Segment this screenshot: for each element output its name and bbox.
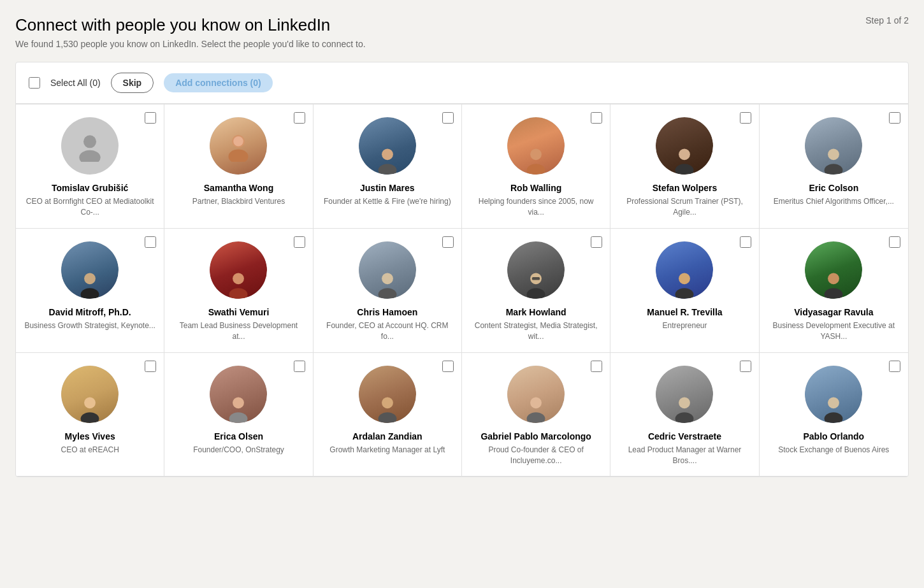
avatar <box>656 366 713 423</box>
person-title: CEO at eREACH <box>61 445 119 455</box>
person-title: Business Growth Strategist, Keynote... <box>24 320 155 331</box>
skip-button[interactable]: Skip <box>111 73 154 93</box>
person-checkbox[interactable] <box>740 361 751 372</box>
person-name: Pablo Orlando <box>803 431 864 442</box>
svg-point-37 <box>825 412 843 423</box>
person-checkbox[interactable] <box>740 236 751 248</box>
person-name: Tomislav Grubišić <box>52 182 128 194</box>
person-title: CEO at Bornfight CEO at Mediatoolkit Co-… <box>24 196 156 218</box>
svg-point-31 <box>378 412 396 423</box>
svg-point-18 <box>378 288 396 299</box>
list-item: David Mitroff, Ph.D. Business Growth Str… <box>16 229 164 353</box>
list-item: Chris Hamoen Founder, CEO at Account HQ.… <box>314 229 462 353</box>
svg-rect-20 <box>532 277 540 280</box>
list-item: Vidyasagar Ravula Business Development E… <box>760 229 908 353</box>
person-checkbox[interactable] <box>591 112 602 124</box>
person-silhouette <box>222 391 254 423</box>
list-item: Gabriel Pablo Marcolongo Proud Co-founde… <box>462 353 610 477</box>
svg-point-23 <box>675 288 694 299</box>
person-silhouette <box>668 391 700 423</box>
svg-point-0 <box>83 135 96 148</box>
person-checkbox[interactable] <box>442 112 454 124</box>
svg-point-11 <box>828 148 839 160</box>
person-checkbox[interactable] <box>145 236 156 248</box>
svg-point-7 <box>530 148 542 160</box>
svg-point-15 <box>233 273 245 284</box>
person-name: Vidyasagar Ravula <box>794 306 873 318</box>
person-title: Business Development Executive at YASH..… <box>767 320 900 342</box>
avatar <box>656 117 713 175</box>
svg-point-25 <box>825 288 843 299</box>
person-silhouette <box>372 391 403 423</box>
avatar <box>805 241 862 299</box>
list-item: Stefan Wolpers Professional Scrum Traine… <box>610 104 759 229</box>
avatar <box>210 366 267 423</box>
person-checkbox[interactable] <box>889 112 900 124</box>
person-name: Cedric Verstraete <box>648 431 721 442</box>
person-checkbox[interactable] <box>591 361 602 372</box>
list-item: Erica Olsen Founder/COO, OnStrategy <box>164 353 313 477</box>
person-silhouette <box>520 391 552 423</box>
page-header-left: Connect with people you know on LinkedIn… <box>15 15 366 49</box>
list-item: Cedric Verstraete Lead Product Manager a… <box>610 353 759 477</box>
person-name: Justin Mares <box>360 182 415 194</box>
person-silhouette <box>520 267 552 299</box>
svg-point-34 <box>679 397 691 408</box>
avatar <box>359 241 416 299</box>
svg-point-32 <box>530 397 542 408</box>
svg-point-16 <box>229 288 248 299</box>
person-name: Eric Colson <box>809 182 858 194</box>
person-name: Rob Walling <box>510 182 561 194</box>
person-title: Lead Product Manager at Warner Bros.... <box>618 445 751 466</box>
toolbar: Select All (0) Skip Add connections (0) <box>16 62 908 104</box>
person-icon <box>74 130 106 162</box>
person-name: David Mitroff, Ph.D. <box>49 306 131 318</box>
person-name: Mark Howland <box>506 306 567 318</box>
person-checkbox[interactable] <box>145 361 156 372</box>
person-checkbox[interactable] <box>442 361 454 372</box>
avatar <box>507 241 565 299</box>
person-checkbox[interactable] <box>591 236 602 248</box>
svg-point-10 <box>675 164 694 175</box>
avatar <box>359 117 416 175</box>
svg-point-9 <box>679 148 691 160</box>
person-title: Entrepreneur <box>662 320 707 331</box>
avatar <box>805 117 862 175</box>
avatar <box>507 117 565 175</box>
person-title: Founder, CEO at Account HQ. CRM fo... <box>321 320 454 342</box>
avatar <box>507 366 565 423</box>
avatar <box>805 366 862 423</box>
svg-point-4 <box>234 136 244 147</box>
list-item: Myles Vives CEO at eREACH <box>16 353 164 477</box>
svg-point-30 <box>382 397 393 408</box>
person-silhouette <box>668 143 700 175</box>
person-title: Founder at Kettle & Fire (we're hiring) <box>324 196 451 207</box>
person-checkbox[interactable] <box>294 361 305 372</box>
person-title: Partner, Blackbird Ventures <box>192 196 285 207</box>
select-all-label: Select All (0) <box>50 78 101 88</box>
person-name: Chris Hamoen <box>357 306 417 318</box>
person-checkbox[interactable] <box>740 112 751 124</box>
person-checkbox[interactable] <box>889 236 900 248</box>
svg-point-5 <box>382 148 393 160</box>
person-silhouette <box>818 143 849 175</box>
svg-point-26 <box>84 397 96 408</box>
list-item: Justin Mares Founder at Kettle & Fire (w… <box>314 104 462 229</box>
svg-point-8 <box>527 164 545 175</box>
person-name: Myles Vives <box>65 431 115 442</box>
avatar <box>61 366 119 423</box>
svg-point-12 <box>825 164 843 175</box>
person-silhouette <box>668 267 700 299</box>
add-connections-button[interactable]: Add connections (0) <box>164 73 273 92</box>
person-checkbox[interactable] <box>294 112 305 124</box>
person-title: Content Strategist, Media Strategist, wi… <box>470 320 602 342</box>
person-checkbox[interactable] <box>145 112 156 124</box>
person-checkbox[interactable] <box>889 361 900 372</box>
list-item: Eric Colson Emeritus Chief Algorithms Of… <box>760 104 908 229</box>
avatar <box>61 241 119 299</box>
list-item: Samantha Wong Partner, Blackbird Venture… <box>164 104 313 229</box>
list-item: Manuel R. Trevilla Entrepreneur <box>610 229 759 353</box>
person-checkbox[interactable] <box>294 236 305 248</box>
select-all-checkbox[interactable] <box>29 77 40 89</box>
person-checkbox[interactable] <box>442 236 454 248</box>
